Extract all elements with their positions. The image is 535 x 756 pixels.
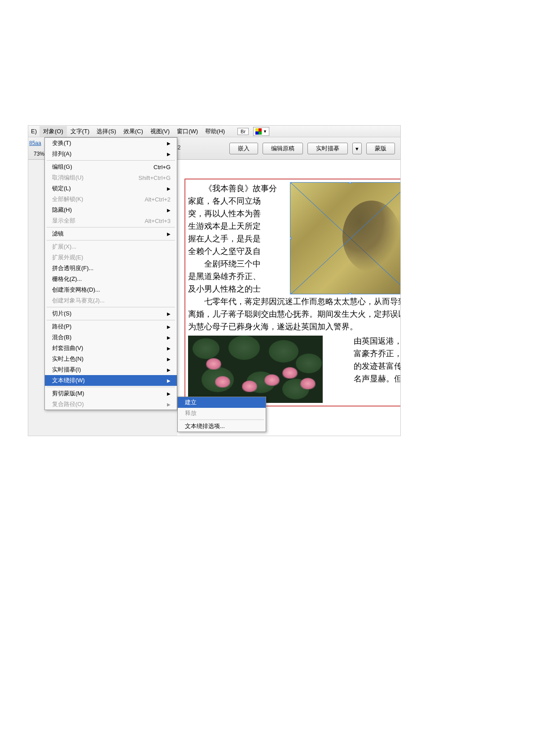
canvas[interactable]: 《我本善良》故事分 家庭，各人不同立场 突，再以人性本为善 生游戏本是上天所定 …	[177, 160, 400, 436]
edit-original-button[interactable]: 编辑原稿	[263, 143, 303, 154]
menu-flatten-transparency[interactable]: 拼合透明度(F)...	[45, 263, 177, 274]
menu-hide[interactable]: 隐藏(H)▶	[45, 205, 177, 215]
file-tab[interactable]: 85aa	[29, 140, 41, 146]
menu-type[interactable]: 文字(T)	[67, 126, 93, 137]
menubar: E) 对象(O) 文字(T) 选择(S) 效果(C) 视图(V) 窗口(W) 帮…	[28, 126, 400, 137]
arrange-docs-icon[interactable]: ▼	[253, 127, 269, 136]
menu-expand: 扩展(X)...	[45, 241, 177, 252]
menu-lock[interactable]: 锁定(L)▶	[45, 183, 177, 194]
submenu-make[interactable]: 建立	[178, 397, 266, 408]
text-wrap-submenu: 建立 释放 文本绕排选项...	[177, 397, 266, 432]
menu-transform[interactable]: 变换(T)▶	[45, 138, 177, 149]
text-frame[interactable]: 《我本善良》故事分 家庭，各人不同立场 突，再以人性本为善 生游戏本是上天所定 …	[184, 179, 400, 406]
menu-select[interactable]: 选择(S)	[93, 126, 119, 137]
menu-help[interactable]: 帮助(H)	[202, 126, 228, 137]
submenu-release: 释放	[178, 408, 266, 419]
placed-image-portrait[interactable]	[290, 182, 400, 294]
menu-edge-item[interactable]: E)	[28, 127, 39, 136]
menu-window[interactable]: 窗口(W)	[173, 126, 202, 137]
app-window: E) 对象(O) 文字(T) 选择(S) 效果(C) 视图(V) 窗口(W) 帮…	[28, 125, 401, 436]
menu-group[interactable]: 编组(G)Ctrl+G	[45, 162, 177, 172]
menu-slice[interactable]: 切片(S)▶	[45, 308, 177, 319]
menu-object[interactable]: 对象(O)	[39, 126, 67, 137]
menu-effect[interactable]: 效果(C)	[120, 126, 147, 137]
menu-rasterize[interactable]: 栅格化(Z)...	[45, 274, 177, 284]
menu-unlock-all: 全部解锁(K)Alt+Ctrl+2	[45, 194, 177, 205]
mask-button[interactable]: 蒙版	[366, 143, 395, 154]
menu-view[interactable]: 视图(V)	[147, 126, 173, 137]
menu-expand-appearance: 扩展外观(E)	[45, 252, 177, 263]
menu-ungroup: 取消编组(U)Shift+Ctrl+G	[45, 172, 177, 183]
menu-envelope-distort[interactable]: 封套扭曲(V)▶	[45, 343, 177, 354]
embed-button[interactable]: 嵌入	[229, 143, 258, 154]
menu-path[interactable]: 路径(P)▶	[45, 321, 177, 332]
menu-compound-path: 复合路径(O)▶	[45, 399, 177, 410]
zoom-level: 73%	[34, 151, 44, 157]
bridge-icon[interactable]: Br	[237, 128, 249, 135]
menu-clipping-mask[interactable]: 剪切蒙版(M)▶	[45, 388, 177, 399]
menu-object-mosaic: 创建对象马赛克(J)...	[45, 295, 177, 306]
object-menu: 变换(T)▶ 排列(A)▶ 编组(G)Ctrl+G 取消编组(U)Shift+C…	[44, 137, 177, 410]
menu-gradient-mesh[interactable]: 创建渐变网格(D)...	[45, 284, 177, 295]
placed-image-lotus[interactable]	[188, 336, 323, 403]
live-trace-dropdown[interactable]: ▾	[352, 143, 362, 154]
menu-live-paint[interactable]: 实时上色(N)▶	[45, 354, 177, 364]
menu-show-all: 显示全部Alt+Ctrl+3	[45, 215, 177, 226]
submenu-options[interactable]: 文本绕排选项...	[178, 421, 266, 432]
menu-filter[interactable]: 滤镜▶	[45, 228, 177, 239]
body-paragraph: 七零年代，蒋定邦因沉迷工作而忽略太太慧心，从而导致离婚，儿子蒋子聪则交由慧心抚养…	[188, 295, 400, 333]
menu-blend[interactable]: 混合(B)▶	[45, 332, 177, 343]
menu-arrange[interactable]: 排列(A)▶	[45, 149, 177, 159]
menu-text-wrap[interactable]: 文本绕排(W)▶	[45, 375, 177, 386]
live-trace-button[interactable]: 实时描摹	[307, 143, 348, 154]
menu-live-trace[interactable]: 实时描摹(I)▶	[45, 364, 177, 375]
